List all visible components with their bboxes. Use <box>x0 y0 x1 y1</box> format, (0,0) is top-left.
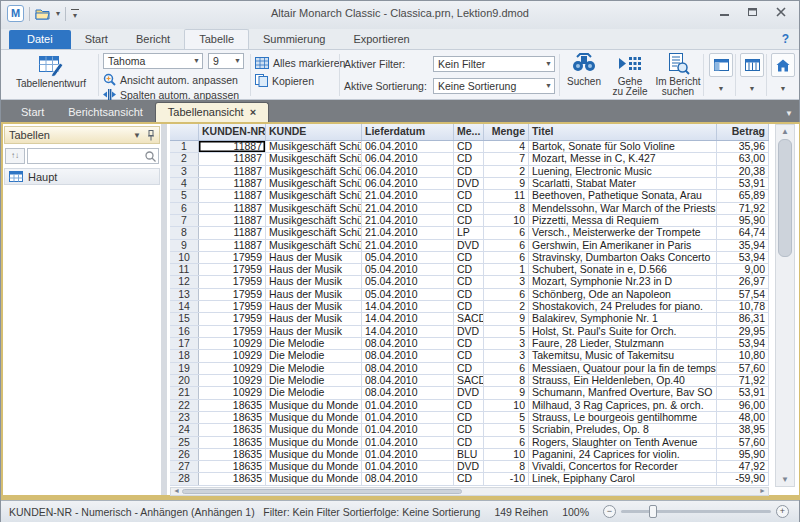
table-cell[interactable]: Musique du Monde <box>266 437 362 448</box>
row-number-cell[interactable]: 16 <box>170 326 199 337</box>
row-number-cell[interactable]: 23 <box>170 412 199 423</box>
table-cell[interactable]: 11887 <box>199 203 266 214</box>
table-cell[interactable]: 65,89 <box>717 190 769 201</box>
table-cell[interactable]: Rogers, Slaughter on Tenth Avenue <box>529 437 717 448</box>
table-cell[interactable]: 9 <box>484 313 529 324</box>
table-cell[interactable]: 53,94 <box>717 252 769 263</box>
table-cell[interactable]: 10 <box>484 215 529 226</box>
table-cell[interactable]: CD <box>454 166 484 177</box>
table-cell[interactable]: Schubert, Sonate in e, D.566 <box>529 264 717 275</box>
table-cell[interactable]: CD <box>454 437 484 448</box>
table-cell[interactable]: 5 <box>484 424 529 435</box>
table-cell[interactable]: 21.04.2010 <box>362 227 454 238</box>
table-cell[interactable]: 08.04.2010 <box>362 338 454 349</box>
row-number-cell[interactable]: 26 <box>170 449 199 460</box>
table-cell[interactable]: Die Melodie <box>266 387 362 398</box>
monarch-logo-icon[interactable]: M <box>7 5 24 22</box>
table-cell[interactable]: 18635 <box>199 449 266 460</box>
table-cell[interactable]: 57,60 <box>717 437 769 448</box>
table-cell[interactable]: Shostakovich, 24 Preludes for piano. <box>529 301 717 312</box>
row-number-cell[interactable]: 4 <box>170 178 199 189</box>
row-number-cell[interactable]: 17 <box>170 338 199 349</box>
table-cell[interactable]: DVD <box>454 387 484 398</box>
table-cell[interactable]: 01.04.2010 <box>362 400 454 411</box>
table-cell[interactable]: CD <box>454 363 484 374</box>
row-number-cell[interactable]: 9 <box>170 240 199 251</box>
font-name-combo[interactable]: Tahoma▼ <box>103 53 203 69</box>
table-cell[interactable]: 17959 <box>199 276 266 287</box>
table-cell[interactable]: 10929 <box>199 350 266 361</box>
table-cell[interactable]: Scarlatti, Stabat Mater <box>529 178 717 189</box>
table-cell[interactable]: Stravinsky, Dumbarton Oaks Concerto <box>529 252 717 263</box>
table-cell[interactable]: 9,00 <box>717 264 769 275</box>
open-file-icon[interactable] <box>35 8 51 20</box>
table-cell[interactable]: 6 <box>484 240 529 251</box>
table-cell[interactable]: Die Melodie <box>266 338 362 349</box>
ribbon-tab-summierung[interactable]: Summierung <box>249 30 339 49</box>
table-cell[interactable]: DVD <box>454 240 484 251</box>
table-cell[interactable]: 05.04.2010 <box>362 252 454 263</box>
chevron-down-icon[interactable]: ▼ <box>771 85 795 92</box>
table-cell[interactable]: 05.04.2010 <box>362 276 454 287</box>
table-cell[interactable]: Milhaud, 3 Rag Caprices, pn. & orch. <box>529 400 717 411</box>
chevron-down-icon[interactable]: ▼ <box>740 85 764 92</box>
table-cell[interactable]: 10 <box>484 449 529 460</box>
table-cell[interactable]: Faure, 28 Lieder, Stulzmann <box>529 338 717 349</box>
ribbon-tab-start[interactable]: Start <box>71 30 122 49</box>
column-header-KUNDE[interactable]: KUNDE <box>266 124 362 140</box>
table-cell[interactable]: DVD <box>454 326 484 337</box>
table-cell[interactable]: 21.04.2010 <box>362 203 454 214</box>
table-cell[interactable]: 14.04.2010 <box>362 301 454 312</box>
table-cell[interactable]: Musique du Monde <box>266 424 362 435</box>
table-cell[interactable]: 21.04.2010 <box>362 215 454 226</box>
table-cell[interactable]: Musikgeschäft Schütz <box>266 178 362 189</box>
table-cell[interactable]: Linek, Epiphany Carol <box>529 473 717 484</box>
table-cell[interactable]: 35,94 <box>717 240 769 251</box>
table-cell[interactable]: 05.04.2010 <box>362 264 454 275</box>
vertical-scrollbar[interactable]: ▲ ▼ <box>775 124 795 487</box>
table-cell[interactable]: 08.04.2010 <box>362 473 454 484</box>
table-cell[interactable]: Musique du Monde <box>266 412 362 423</box>
table-cell[interactable]: 08.04.2010 <box>362 350 454 361</box>
view-pane-button[interactable] <box>709 53 733 77</box>
table-cell[interactable]: CD <box>454 153 484 164</box>
scroll-down-icon[interactable]: ▼ <box>776 475 794 484</box>
table-cell[interactable]: 3 <box>484 350 529 361</box>
table-cell[interactable]: Die Melodie <box>266 350 362 361</box>
table-cell[interactable]: 11887 <box>199 227 266 238</box>
table-cell[interactable]: CD <box>454 264 484 275</box>
vertical-scroll-thumb[interactable] <box>778 139 792 257</box>
table-cell[interactable]: Schönberg, Ode an Napoleon <box>529 289 717 300</box>
table-cell[interactable]: CD <box>454 289 484 300</box>
open-file-dropdown-icon[interactable]: ▾ <box>56 9 60 18</box>
table-cell[interactable]: 8 <box>484 461 529 472</box>
table-cell[interactable]: 71,92 <box>717 203 769 214</box>
close-icon[interactable]: × <box>250 106 256 118</box>
table-cell[interactable]: 3 <box>484 276 529 287</box>
table-cell[interactable]: CD <box>454 203 484 214</box>
table-cell[interactable]: LP <box>454 227 484 238</box>
table-cell[interactable]: 06.04.2010 <box>362 141 454 152</box>
table-cell[interactable]: CD <box>454 252 484 263</box>
table-cell[interactable]: Musikgeschäft Schütz <box>266 215 362 226</box>
table-cell[interactable]: Holst, St. Paul's Suite for Orch. <box>529 326 717 337</box>
table-cell[interactable]: 18635 <box>199 437 266 448</box>
table-cell[interactable]: Beethoven, Pathetique Sonata, Arau <box>529 190 717 201</box>
table-cell[interactable]: 11887 <box>199 178 266 189</box>
table-cell[interactable]: Haus der Musik <box>266 301 362 312</box>
row-number-cell[interactable]: 27 <box>170 461 199 472</box>
table-cell[interactable]: Haus der Musik <box>266 252 362 263</box>
suchen-button[interactable]: Suchen <box>563 50 605 100</box>
row-number-cell[interactable]: 20 <box>170 375 199 386</box>
scroll-left-icon[interactable]: ◄ <box>173 487 180 494</box>
table-cell[interactable]: SACD <box>454 375 484 386</box>
row-number-cell[interactable]: 25 <box>170 437 199 448</box>
table-cell[interactable]: 11887 <box>199 166 266 177</box>
table-cell[interactable]: 11887 <box>199 215 266 226</box>
table-cell[interactable]: Bartok, Sonate für Solo Violine <box>529 141 717 152</box>
customize-toolbar-icon[interactable]: ▾ <box>71 9 79 19</box>
table-cell[interactable]: 10,78 <box>717 301 769 312</box>
table-cell[interactable]: 18635 <box>199 412 266 423</box>
doc-tab-tabellenansicht[interactable]: Tabellenansicht× <box>155 102 269 122</box>
table-cell[interactable]: 06.04.2010 <box>362 153 454 164</box>
